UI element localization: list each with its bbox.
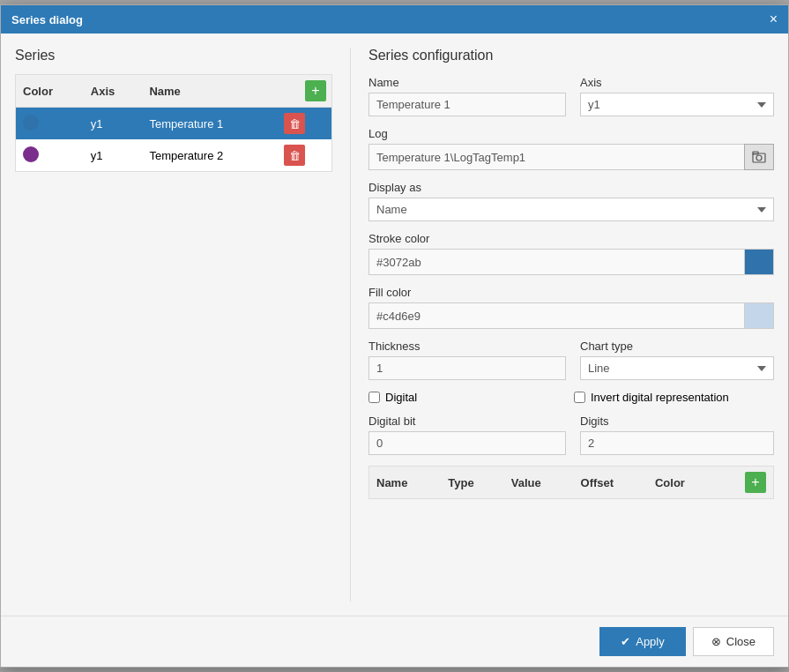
series-color-dot [23, 115, 39, 131]
invert-digital-checkbox[interactable] [574, 392, 585, 403]
dialog-title: Series dialog [11, 13, 83, 26]
series-table: Color Axis Name + y1 [15, 74, 332, 172]
apply-button[interactable]: ✔ Apply [599, 627, 686, 656]
delete-series-button[interactable]: 🗑 [284, 145, 305, 166]
invert-digital-checkbox-group: Invert digital representation [574, 391, 774, 404]
axis-label: Axis [580, 76, 774, 89]
digits-label: Digits [580, 414, 774, 428]
dialog-title-bar: Series dialog × [1, 5, 788, 34]
digital-checkbox-group: Digital [368, 391, 569, 404]
name-input[interactable] [368, 93, 566, 116]
digits-group: Digits [580, 414, 774, 455]
config-panel-title: Series configuration [368, 48, 774, 63]
markers-col-name: Name [369, 467, 442, 499]
digital-bit-input[interactable] [368, 431, 566, 455]
series-color-dot [23, 146, 39, 162]
add-marker-button[interactable]: + [745, 472, 766, 493]
log-input-wrap [368, 144, 744, 170]
name-axis-row: Name Axis y1 y2 [368, 76, 774, 116]
digital-checkbox[interactable] [368, 392, 380, 403]
thickness-group: Thickness [368, 340, 566, 380]
log-browse-button[interactable] [744, 144, 774, 170]
fill-color-input-wrap [368, 302, 744, 329]
axis-select[interactable]: y1 y2 [580, 93, 774, 116]
series-axis-cell: y1 [84, 108, 143, 140]
markers-table: Name Type Value Offset Color + [368, 466, 774, 499]
right-panel: Series configuration Name Axis y1 y2 [368, 48, 774, 601]
display-as-group: Display as Name Label Both [368, 181, 774, 221]
stroke-color-label: Stroke color [368, 232, 774, 245]
series-table-header-row: Color Axis Name + [16, 75, 332, 108]
name-label: Name [368, 76, 566, 89]
thickness-charttype-row: Thickness Chart type Line Bar Step [368, 340, 774, 380]
thickness-input[interactable] [368, 356, 566, 380]
series-name-cell: Temperature 2 [142, 139, 277, 172]
chart-type-label: Chart type [580, 340, 774, 353]
series-color-cell [16, 139, 84, 172]
thickness-label: Thickness [368, 340, 566, 353]
digital-bit-label: Digital bit [368, 414, 566, 428]
invert-digital-label[interactable]: Invert digital representation [591, 391, 729, 404]
stroke-color-input-row [368, 249, 774, 275]
display-as-label: Display as [368, 181, 774, 194]
log-group: Log [368, 127, 774, 170]
series-row[interactable]: y1 Temperature 1 🗑 [16, 108, 332, 140]
series-name-cell: Temperature 1 [142, 108, 277, 140]
left-panel: Series Color Axis Name + [15, 48, 332, 601]
series-axis-cell: y1 [84, 139, 143, 172]
series-dialog: Series dialog × Series Color Axis Name + [0, 4, 789, 668]
col-header-name: Name [142, 75, 277, 108]
add-series-button[interactable]: + [305, 80, 326, 101]
dialog-footer: ✔ Apply ⊗ Close [1, 616, 788, 667]
close-label: Close [726, 635, 756, 648]
dialog-body: Series Color Axis Name + [1, 34, 788, 616]
dialog-close-x-button[interactable]: × [770, 12, 778, 26]
fill-color-row: Fill color [368, 286, 774, 329]
fill-color-label: Fill color [368, 286, 774, 299]
display-as-select[interactable]: Name Label Both [368, 198, 774, 221]
digital-label[interactable]: Digital [385, 391, 417, 404]
digital-bit-digits-row: Digital bit Digits [368, 414, 774, 455]
browse-icon [752, 151, 766, 163]
stroke-color-input[interactable] [368, 249, 744, 275]
stroke-color-input-wrap [368, 249, 744, 275]
fill-color-input[interactable] [368, 302, 744, 329]
log-input-row [368, 144, 774, 170]
markers-col-offset: Offset [574, 467, 648, 499]
stroke-color-row: Stroke color [368, 232, 774, 275]
series-row[interactable]: y1 Temperature 2 🗑 [16, 139, 332, 172]
chart-type-select[interactable]: Line Bar Step [580, 356, 774, 380]
chart-type-group: Chart type Line Bar Step [580, 340, 774, 380]
digital-checkbox-row: Digital Invert digital representation [368, 391, 774, 404]
markers-col-type: Type [441, 467, 504, 499]
close-button[interactable]: ⊗ Close [693, 627, 774, 656]
close-circle-icon: ⊗ [711, 635, 721, 648]
digits-input[interactable] [580, 431, 774, 455]
display-as-row: Display as Name Label Both [368, 181, 774, 221]
fill-color-group: Fill color [368, 286, 774, 329]
checkmark-icon: ✔ [621, 635, 630, 648]
series-color-cell [16, 108, 84, 140]
apply-label: Apply [636, 635, 665, 648]
markers-col-color: Color [648, 467, 718, 499]
col-header-axis: Axis [84, 75, 143, 108]
log-row: Log [368, 127, 774, 170]
stroke-color-swatch[interactable] [744, 249, 774, 275]
log-input[interactable] [368, 144, 744, 170]
name-group: Name [368, 76, 566, 116]
svg-point-2 [756, 155, 762, 161]
fill-color-swatch[interactable] [744, 302, 774, 329]
series-panel-title: Series [15, 48, 332, 63]
delete-series-button[interactable]: 🗑 [284, 113, 305, 134]
stroke-color-group: Stroke color [368, 232, 774, 275]
series-delete-cell: 🗑 [277, 139, 331, 172]
markers-header-row: Name Type Value Offset Color + [369, 467, 774, 499]
axis-group: Axis y1 y2 [580, 76, 774, 116]
digital-bit-group: Digital bit [368, 414, 566, 455]
series-delete-cell: 🗑 [277, 108, 331, 140]
panel-divider [350, 48, 351, 601]
log-label: Log [368, 127, 774, 140]
col-header-add: + [277, 75, 331, 108]
series-list: y1 Temperature 1 🗑 y1 Temperature 2 🗑 [16, 108, 332, 172]
col-header-color: Color [16, 75, 84, 108]
